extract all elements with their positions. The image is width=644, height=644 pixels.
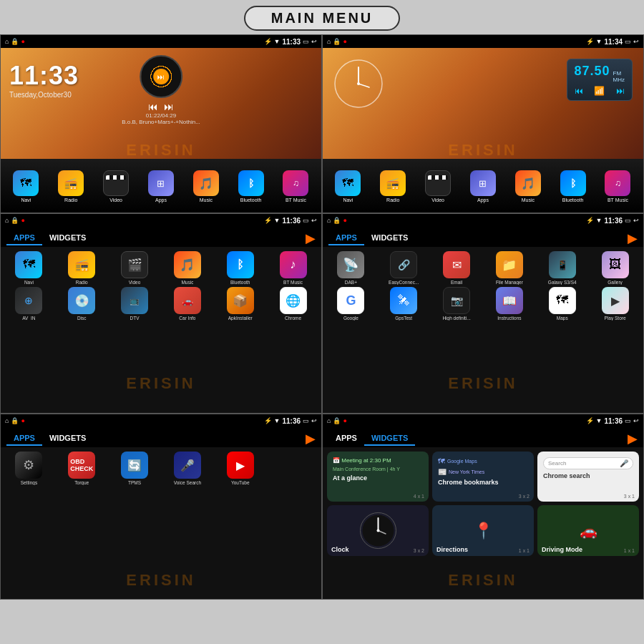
main-menu-badge: MAIN MENU — [244, 6, 401, 31]
dock-navi-c2[interactable]: 🗺 Navi — [333, 170, 362, 203]
navi-app-label-c3: Navi — [24, 280, 34, 285]
dock-video-c2[interactable]: Video — [424, 170, 452, 203]
play-store-btn-c3[interactable]: ▶ — [306, 230, 316, 246]
lock-icon-c1: 🔒 — [11, 38, 19, 45]
play-store-btn-c6[interactable]: ▶ — [628, 431, 638, 447]
radio-prev-c2[interactable]: ⏮ — [575, 86, 583, 96]
back-icon-c2[interactable]: ↩ — [633, 38, 639, 45]
app-apk-c3[interactable]: 📦 ApkInstaller — [215, 287, 265, 321]
app-dab-c4[interactable]: 📡 DAB+ — [326, 251, 376, 285]
app-navi-c3[interactable]: 🗺 Navi — [4, 251, 54, 285]
app-easyconn-c4[interactable]: 🔗 EasyConnec... — [379, 251, 429, 285]
app-playstore-c4[interactable]: ▶ Play Store — [590, 287, 640, 321]
video-icon-c1 — [103, 170, 129, 196]
app-video-c3[interactable]: 🎬 Video — [109, 251, 160, 285]
tab-widgets-c6[interactable]: WIDGETS — [364, 431, 415, 446]
radio-band-c2: FMMHz — [613, 70, 625, 83]
dot-c6: ● — [343, 417, 346, 424]
back-icon-c5[interactable]: ↩ — [311, 417, 317, 424]
app-tpms-c5[interactable]: 🔄 TPMS — [109, 452, 160, 485]
cell-apps-left: ⌂ 🔒 ● ⚡ ▼ 11:36 ▭ ↩ APPS WIDGETS ▶ 🗺 Nav… — [0, 213, 322, 414]
app-radio-c3[interactable]: 📻 Radio — [57, 251, 107, 285]
back-icon-c6[interactable]: ↩ — [633, 417, 639, 424]
prev-btn-c1[interactable]: ⏮ — [148, 101, 158, 112]
tab-widgets-c5[interactable]: WIDGETS — [42, 431, 93, 446]
dock-btmusic-c1[interactable]: ♫ BT Music — [281, 170, 310, 203]
app-settings-c5[interactable]: ⚙ Settings — [4, 452, 54, 485]
app-disc-c3[interactable]: 💿 Disc — [57, 287, 107, 321]
dock-radio-c1[interactable]: 📻 Radio — [57, 170, 85, 203]
app-instructions-c4[interactable]: 📖 Instructions — [484, 287, 535, 321]
page-header: MAIN MENU — [0, 0, 644, 34]
app-btmusic-c3[interactable]: ♪ BT Music — [268, 251, 318, 285]
dock-bluetooth-c1[interactable]: ᛒ Bluetooth — [237, 170, 265, 203]
play-store-btn-c5[interactable]: ▶ — [306, 431, 316, 447]
signal-icon-c3: ▼ — [274, 217, 280, 224]
dock-music-c1[interactable]: 🎵 Music — [192, 170, 220, 203]
dock-btmusic-c2[interactable]: ♫ BT Music — [603, 170, 632, 203]
home-icon-c3[interactable]: ⌂ — [5, 217, 9, 224]
home-icon-c5[interactable]: ⌂ — [5, 417, 9, 424]
app-hd-c4[interactable]: 📷 High definiti... — [431, 287, 482, 321]
radio-next-c2[interactable]: ⏭ — [616, 86, 625, 96]
app-chrome-c3[interactable]: 🌐 Chrome — [268, 287, 318, 321]
radio-freq-c2: 87.50 — [575, 64, 610, 79]
app-voice-c5[interactable]: 🎤 Voice Search — [162, 452, 213, 485]
tab-apps-c4[interactable]: APPS — [328, 231, 364, 245]
watermark-c3: ERISIN — [126, 374, 195, 393]
dock-bluetooth-c2[interactable]: ᛒ Bluetooth — [559, 170, 587, 203]
email-app-icon-c4: ✉ — [443, 251, 470, 278]
app-filemgr-c4[interactable]: 📁 File Manager — [484, 251, 535, 285]
back-icon-c4[interactable]: ↩ — [633, 217, 639, 224]
app-bluetooth-c3[interactable]: ᛒ Bluetooth — [215, 251, 265, 285]
app-carinfo-c3[interactable]: 🚗 Car Info — [162, 287, 213, 321]
app-youtube-c5[interactable]: ▶ YouTube — [215, 452, 265, 485]
tab-apps-c3[interactable]: APPS — [6, 231, 42, 245]
disc-app-label-c3: Disc — [77, 316, 87, 321]
tab-widgets-c3[interactable]: WIDGETS — [42, 231, 93, 245]
lock-icon-c2: 🔒 — [333, 38, 341, 45]
back-icon-c1[interactable]: ↩ — [311, 38, 317, 45]
app-gpstest-c4[interactable]: 🛰 GpsTest — [379, 287, 429, 321]
tab-apps-c5[interactable]: APPS — [6, 431, 42, 446]
home-icon-c2[interactable]: ⌂ — [327, 38, 331, 45]
play-store-btn-c4[interactable]: ▶ — [628, 230, 638, 246]
home-icon-c6[interactable]: ⌂ — [327, 417, 331, 424]
tab-apps-c6[interactable]: APPS — [328, 431, 364, 446]
email-app-label-c4: Email — [451, 280, 462, 285]
app-avin-c3[interactable]: ⊕ AV_IN — [4, 287, 54, 321]
dock-radio-c2[interactable]: 📻 Radio — [379, 170, 407, 203]
back-icon-c3[interactable]: ↩ — [311, 217, 317, 224]
app-gallery-c4[interactable]: 🖼 Gallery — [590, 251, 640, 285]
app-torque-c5[interactable]: OBDCHECK Torque — [57, 452, 107, 485]
voice-app-label-c5: Voice Search — [174, 480, 201, 485]
btmusic-icon-c1: ♫ — [283, 170, 308, 196]
dock-apps-c1[interactable]: ⊞ Apps — [147, 170, 175, 203]
play-btn-c1[interactable]: ⏭ — [153, 69, 169, 84]
app-dtv-c3[interactable]: 📺 DTV — [109, 287, 160, 321]
maps-app-icon-c4: 🗺 — [549, 287, 576, 314]
dock-video-c1[interactable]: Video — [102, 170, 130, 203]
apps-tabs-c5: APPS WIDGETS ▶ — [1, 427, 321, 447]
widget-chrome-bookmarks-title: Chrome bookmarks — [438, 479, 528, 486]
cell-apps-right: ⌂ 🔒 ● ⚡ ▼ 11:36 ▭ ↩ APPS WIDGETS ▶ 📡 DAB… — [322, 213, 644, 414]
apk-app-label-c3: ApkInstaller — [228, 316, 253, 321]
app-google-c4[interactable]: G Google — [326, 287, 376, 321]
dock-navi-c1[interactable]: 🗺 Navi — [11, 170, 40, 203]
avin-app-icon-c3: ⊕ — [15, 287, 42, 314]
apps-label-c1: Apps — [155, 197, 167, 203]
dock-apps-c2[interactable]: ⊞ Apps — [469, 170, 497, 203]
app-maps-c4[interactable]: 🗺 Maps — [537, 287, 587, 321]
galaxy-app-icon-c4: 📱 — [549, 251, 576, 278]
app-music-c3[interactable]: 🎵 Music — [162, 251, 213, 285]
next-btn-c1[interactable]: ⏭ — [164, 101, 174, 112]
tpms-app-label-c5: TPMS — [128, 480, 141, 485]
home-icon-c1[interactable]: ⌂ — [5, 38, 9, 45]
btmusic-app-label-c3: BT Music — [283, 280, 303, 285]
svg-point-8 — [376, 530, 379, 532]
app-email-c4[interactable]: ✉ Email — [431, 251, 482, 285]
home-icon-c4[interactable]: ⌂ — [327, 217, 331, 224]
dock-music-c2[interactable]: 🎵 Music — [514, 170, 542, 203]
tab-widgets-c4[interactable]: WIDGETS — [364, 231, 415, 245]
app-galaxy-c4[interactable]: 📱 Galaxy S3/S4 — [537, 251, 587, 285]
